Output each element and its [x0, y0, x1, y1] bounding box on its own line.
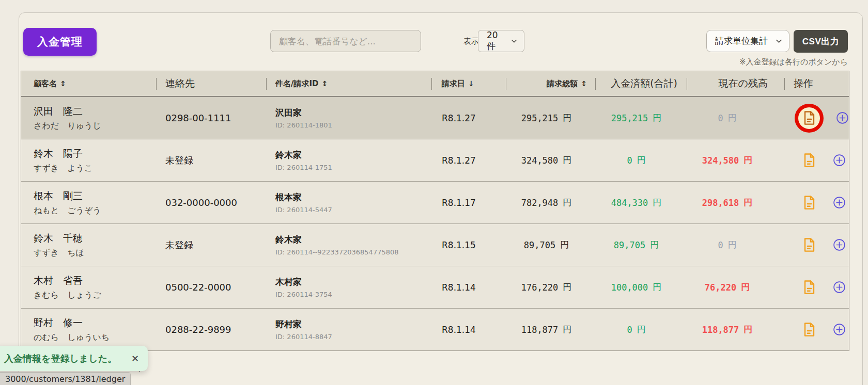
add-payment-button[interactable]	[833, 196, 846, 209]
invoice-date: R8.1.17	[442, 198, 506, 208]
invoice-date: R8.1.15	[442, 240, 506, 250]
document-icon	[803, 237, 816, 252]
document-icon	[803, 110, 816, 125]
add-payment-button[interactable]	[836, 111, 849, 124]
subject: 鈴木家	[275, 234, 431, 246]
search-input[interactable]	[270, 30, 421, 52]
balance-amount: 118,877円	[687, 309, 784, 350]
ledger-button[interactable]	[798, 234, 820, 256]
plus-circle-icon	[836, 111, 849, 124]
document-icon	[803, 322, 816, 337]
plus-circle-icon	[833, 238, 846, 251]
customer-kana: すずき ちほ	[34, 248, 156, 259]
total-amount: 176,220円	[506, 266, 595, 308]
plus-circle-icon	[833, 154, 846, 167]
balance-amount: 76,220円	[687, 266, 784, 308]
chevron-down-icon	[775, 37, 783, 45]
subject: 根本家	[275, 191, 431, 203]
plus-circle-icon	[833, 281, 846, 294]
contact: 未登録	[165, 154, 266, 167]
subject: 沢田家	[275, 107, 431, 119]
customer-name: 鈴木 千穂	[34, 232, 156, 245]
customer-kana: きむら しょうご	[34, 290, 156, 301]
status-url: 3000/customers/1381/ledger	[0, 372, 131, 385]
billing-table: 顧客名 ↕ 連絡先 件名/請求ID ↕ 請求日 ↓ 請求総額 ↕ 入金済額(合計…	[21, 71, 849, 351]
document-icon	[803, 280, 816, 295]
document-icon	[803, 153, 816, 168]
sort-both-icon: ↕	[322, 79, 328, 88]
table-row: 沢田 隆二 さわだ りゅうじ 0298-00-1111 沢田家 ID: 2601…	[21, 97, 849, 139]
per-page-value: 20件	[487, 30, 505, 52]
contact: 未登録	[165, 239, 266, 251]
page-title: 入金管理	[23, 28, 97, 56]
total-amount: 295,215円	[506, 97, 595, 139]
customer-name: 根本 剛三	[34, 189, 156, 203]
invoice-date: R8.1.14	[442, 282, 506, 293]
balance-amount: 0円	[687, 224, 784, 266]
total-amount: 118,877円	[506, 309, 595, 350]
invoice-id: ID: 260114-8847	[275, 333, 431, 341]
total-amount: 782,948円	[506, 182, 595, 223]
header-invoice-date[interactable]: 請求日 ↓	[431, 71, 506, 96]
paid-amount: 484,330円	[595, 182, 687, 223]
header-balance: 現在の残高	[687, 71, 784, 96]
customer-kana: のむら しゅういち	[34, 332, 156, 343]
balance-amount: 324,580円	[687, 139, 784, 181]
invoice-id: ID: 260114-1801	[275, 121, 431, 129]
header-subject-invoice-id[interactable]: 件名/請求ID ↕	[266, 71, 431, 96]
header-total-amount[interactable]: 請求総額 ↕	[506, 71, 595, 96]
balance-amount: 298,618円	[687, 182, 784, 223]
ledger-button[interactable]	[798, 318, 820, 341]
contact: 0500-22-0000	[165, 282, 266, 293]
add-payment-button[interactable]	[833, 323, 846, 336]
csv-export-button[interactable]: CSV出力	[794, 30, 848, 53]
payment-management-card: 入金管理 表示件数: 20件 請求単位集計 CSV出力 ※入金登録は各行のボタン…	[19, 12, 863, 385]
subject: 鈴木家	[275, 149, 431, 161]
customer-kana: すずき ようこ	[34, 163, 156, 174]
add-payment-button[interactable]	[833, 238, 846, 251]
close-icon[interactable]: ✕	[131, 353, 139, 364]
customer-name: 木村 省吾	[34, 274, 156, 287]
table-row: 鈴木 千穂 すずき ちほ 未登録 鈴木家 ID: 260114--9223372…	[21, 223, 849, 266]
sort-both-icon: ↕	[581, 79, 587, 88]
chevron-down-icon	[510, 37, 518, 45]
customer-name: 沢田 隆二	[34, 105, 156, 118]
ledger-button[interactable]	[798, 276, 820, 299]
ledger-button[interactable]	[798, 149, 820, 172]
invoice-date: R8.1.14	[442, 325, 506, 335]
table-header-row: 顧客名 ↕ 連絡先 件名/請求ID ↕ 請求日 ↓ 請求総額 ↕ 入金済額(合計…	[21, 71, 849, 97]
table-row: 木村 省吾 きむら しょうご 0500-22-0000 木村家 ID: 2601…	[21, 266, 849, 308]
aggregate-mode-select[interactable]: 請求単位集計	[706, 30, 789, 52]
subject: 木村家	[275, 276, 431, 288]
customer-kana: さわだ りゅうじ	[34, 121, 156, 132]
invoice-id: ID: 260114-3754	[275, 291, 431, 298]
header-contact: 連絡先	[156, 71, 266, 96]
header-customer-name[interactable]: 顧客名 ↕	[21, 71, 156, 96]
contact: 0298-00-1111	[165, 113, 266, 123]
subject: 野村家	[275, 318, 431, 330]
plus-circle-icon	[833, 323, 846, 336]
table-row: 根本 剛三 ねもと ごうぞう 032-0000-0000 根本家 ID: 260…	[21, 181, 849, 223]
add-payment-button[interactable]	[833, 154, 846, 167]
ledger-button[interactable]	[795, 104, 824, 133]
total-amount: 89,705円	[506, 224, 595, 266]
invoice-date: R8.1.27	[442, 155, 506, 166]
paid-amount: 89,705円	[595, 224, 687, 266]
per-page-select[interactable]: 20件	[478, 30, 524, 52]
sort-desc-icon: ↓	[468, 79, 474, 88]
header-paid-amount: 入金済額(合計)	[595, 71, 687, 96]
invoice-date: R8.1.27	[442, 113, 506, 123]
add-payment-button[interactable]	[833, 281, 846, 294]
balance-amount: 0円	[687, 97, 784, 139]
paid-amount: 0円	[595, 139, 687, 181]
ledger-button[interactable]	[798, 191, 820, 214]
contact: 0288-22-9899	[165, 324, 266, 335]
paid-amount: 0円	[595, 309, 687, 350]
paid-amount: 100,000円	[595, 266, 687, 308]
paid-amount: 295,215円	[595, 97, 687, 139]
customer-name: 野村 修一	[34, 316, 156, 330]
toast-message: 入金情報を登録しました。	[4, 352, 117, 365]
plus-circle-icon	[833, 196, 846, 209]
invoice-id: ID: 260114-5447	[275, 206, 431, 214]
invoice-id: ID: 260114--9223372036854775808	[275, 248, 431, 256]
